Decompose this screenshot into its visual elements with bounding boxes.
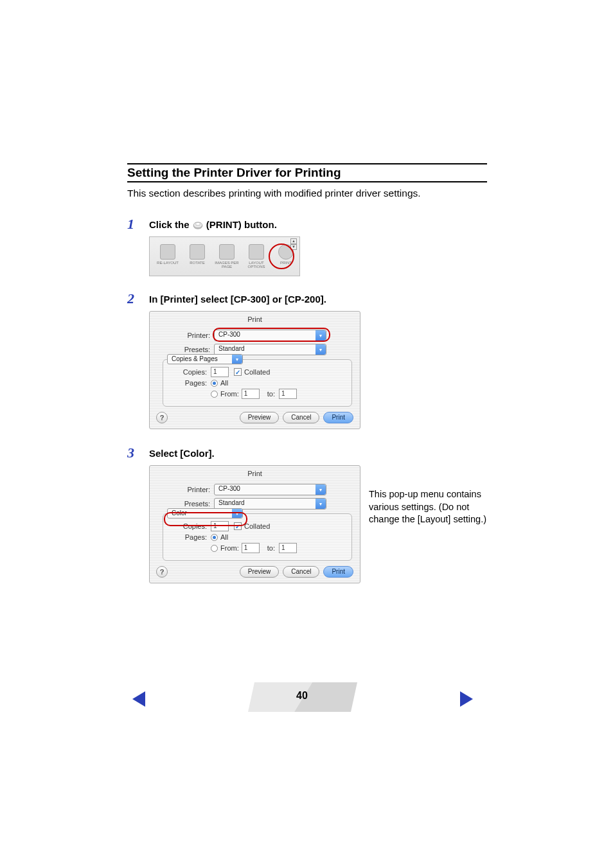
printer-select[interactable]: CP-300 ▾ bbox=[214, 330, 326, 341]
to-label: to: bbox=[267, 390, 275, 398]
copies-label: Copies: bbox=[170, 368, 211, 376]
from-label: From: bbox=[220, 390, 239, 398]
pages-all-label: All bbox=[220, 533, 228, 541]
pages-all-radio[interactable] bbox=[211, 534, 218, 541]
dropdown-arrow-icon: ▾ bbox=[315, 330, 326, 341]
step-number-2: 2 bbox=[127, 292, 149, 306]
intro-text: This section describes printing with mod… bbox=[127, 188, 487, 199]
pages-from-radio[interactable] bbox=[211, 545, 218, 552]
pages-label: Pages: bbox=[170, 379, 211, 387]
copies-input[interactable]: 1 bbox=[211, 367, 229, 377]
to-input[interactable]: 1 bbox=[279, 389, 297, 399]
help-button[interactable]: ? bbox=[156, 412, 168, 423]
dropdown-arrow-icon: ▾ bbox=[232, 355, 242, 364]
printer-select[interactable]: CP-300 ▾ bbox=[214, 484, 326, 495]
toolbar-images-per-page[interactable]: IMAGES PER PAGE bbox=[213, 244, 241, 269]
toolbar-rotate[interactable]: ROTATE bbox=[183, 244, 211, 269]
print-dialog-step3: Print Printer: CP-300 ▾ Presets: Standar… bbox=[149, 465, 360, 583]
page-number: 40 bbox=[283, 690, 321, 702]
step-number-1: 1 bbox=[127, 217, 149, 231]
from-input[interactable]: 1 bbox=[242, 543, 260, 553]
toolbar-relayout[interactable]: RE-LAYOUT bbox=[154, 244, 182, 269]
preview-button[interactable]: Preview bbox=[240, 412, 280, 423]
pages-all-label: All bbox=[220, 379, 228, 387]
to-label: to: bbox=[267, 544, 275, 552]
print-button[interactable]: Print bbox=[323, 412, 353, 423]
prev-page-arrow-icon[interactable] bbox=[132, 691, 145, 707]
help-button[interactable]: ? bbox=[156, 566, 168, 578]
printer-label: Printer: bbox=[150, 486, 214, 493]
cancel-button[interactable]: Cancel bbox=[283, 566, 319, 578]
dropdown-arrow-icon: ▾ bbox=[315, 484, 326, 495]
dropdown-arrow-icon: ▾ bbox=[315, 499, 326, 509]
print-dialog-step2: Print Printer: CP-300 ▾ Presets: Standar… bbox=[149, 311, 360, 429]
collated-label: Collated bbox=[244, 522, 270, 530]
pages-from-radio[interactable] bbox=[211, 391, 218, 398]
collated-checkbox[interactable]: ✓ bbox=[234, 368, 242, 376]
section-select-color[interactable]: Color ▾ bbox=[167, 508, 243, 518]
to-input[interactable]: 1 bbox=[279, 543, 297, 553]
next-page-arrow-icon[interactable] bbox=[460, 691, 473, 707]
print-icon bbox=[192, 221, 204, 230]
dialog-title: Print bbox=[150, 466, 360, 481]
highlight-print-circle bbox=[269, 244, 294, 269]
svg-rect-2 bbox=[196, 223, 200, 226]
pages-label: Pages: bbox=[170, 533, 211, 541]
pages-all-radio[interactable] bbox=[211, 380, 218, 387]
dialog-title: Print bbox=[150, 312, 360, 327]
collated-label: Collated bbox=[244, 368, 270, 376]
from-input[interactable]: 1 bbox=[242, 389, 260, 399]
toolbar-layout-options[interactable]: LAYOUT OPTIONS bbox=[242, 244, 271, 269]
step-3-text: Select [Color]. bbox=[149, 446, 215, 459]
step-1-text: Click the (PRINT) button. bbox=[149, 217, 277, 230]
section-select[interactable]: Copies & Pages ▾ bbox=[167, 354, 243, 364]
copies-label: Copies: bbox=[170, 522, 211, 530]
step-2-text: In [Printer] select [CP-300] or [CP-200]… bbox=[149, 292, 326, 305]
copies-input[interactable]: 1 bbox=[211, 521, 229, 531]
step-number-3: 3 bbox=[127, 446, 149, 460]
dropdown-arrow-icon: ▾ bbox=[315, 344, 326, 355]
from-label: From: bbox=[220, 544, 239, 552]
printer-label: Printer: bbox=[150, 332, 214, 339]
stepper-up-icon: ▲ bbox=[290, 238, 297, 244]
sidenote: This pop-up menu contains various settin… bbox=[369, 488, 488, 526]
preview-button[interactable]: Preview bbox=[240, 566, 280, 578]
dropdown-arrow-icon: ▾ bbox=[232, 509, 242, 518]
print-button[interactable]: Print bbox=[323, 566, 353, 578]
collated-checkbox[interactable]: ✓ bbox=[234, 522, 242, 530]
toolbar-figure: RE-LAYOUT ROTATE IMAGES PER PAGE LAYOUT … bbox=[149, 236, 300, 276]
section-heading: Setting the Printer Driver for Printing bbox=[127, 166, 487, 182]
cancel-button[interactable]: Cancel bbox=[283, 412, 319, 423]
